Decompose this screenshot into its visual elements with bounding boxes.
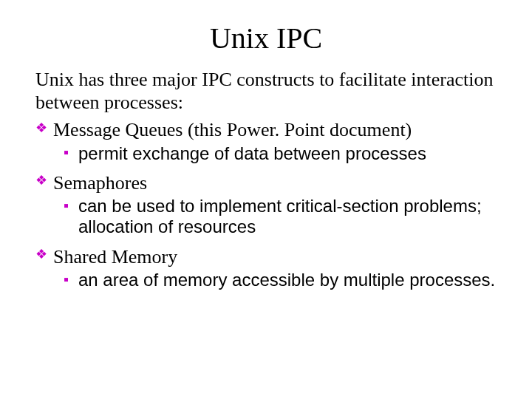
slide-title: Unix IPC bbox=[35, 21, 497, 55]
item-heading: Message Queues (this Power. Point docume… bbox=[53, 119, 412, 140]
subitem-text: permit exchange of data between processe… bbox=[78, 143, 426, 163]
list-item: ❖ Semaphores bbox=[35, 171, 497, 194]
subitem-text: can be used to implement critical-sectio… bbox=[78, 196, 482, 236]
item-heading: Shared Memory bbox=[53, 246, 177, 267]
square-bullet-icon: ▪ bbox=[64, 145, 69, 160]
slide: Unix IPC Unix has three major IPC constr… bbox=[0, 0, 532, 399]
square-bullet-icon: ▪ bbox=[64, 198, 69, 213]
diamond-bullet-icon: ❖ bbox=[35, 121, 47, 134]
list-item: ❖ Message Queues (this Power. Point docu… bbox=[35, 118, 497, 141]
square-bullet-icon: ▪ bbox=[64, 272, 69, 287]
diamond-bullet-icon: ❖ bbox=[35, 174, 47, 187]
list-item: ❖ Shared Memory bbox=[35, 245, 497, 268]
diamond-bullet-icon: ❖ bbox=[35, 248, 47, 261]
subitem-text: an area of memory accessible by multiple… bbox=[78, 270, 495, 290]
list-subitem: ▪ permit exchange of data between proces… bbox=[35, 143, 497, 164]
list-subitem: ▪ an area of memory accessible by multip… bbox=[35, 270, 497, 290]
list-subitem: ▪ can be used to implement critical-sect… bbox=[35, 196, 497, 238]
intro-text: Unix has three major IPC constructs to f… bbox=[35, 69, 497, 114]
item-heading: Semaphores bbox=[53, 172, 147, 194]
